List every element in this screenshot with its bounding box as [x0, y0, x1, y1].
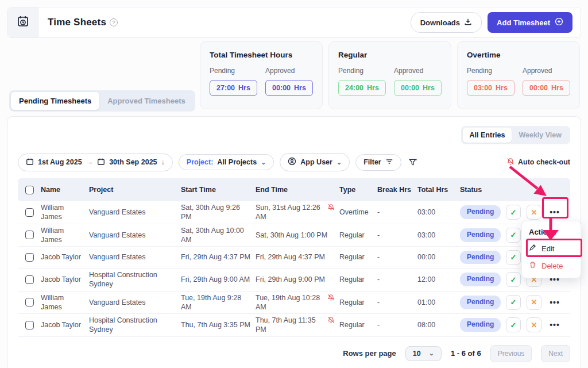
row-project: Vanguard Estates — [89, 298, 181, 307]
toggle-weekly-view[interactable]: Weekly View — [512, 128, 568, 143]
approved-hours-value: 00:00Hrs — [523, 80, 570, 96]
col-name: Name — [41, 185, 89, 194]
more-actions-button[interactable]: ••• — [547, 205, 562, 220]
pending-hours-value: 03:00Hrs — [467, 80, 514, 96]
filter-button[interactable]: Filter — [355, 154, 401, 171]
pending-label: Pending — [338, 67, 386, 75]
row-start-time: Sat, 30th Aug 9:26 PM — [181, 203, 256, 222]
row-checkbox[interactable] — [25, 321, 34, 329]
card-title: Regular — [338, 51, 442, 59]
auto-checkout-indicator: Auto check-out — [506, 158, 570, 167]
next-page-button[interactable]: Next — [541, 345, 570, 362]
date-range-picker[interactable]: 1st Aug 2025 → 30th Sep 2025 ↓ — [18, 154, 173, 171]
row-end-time: Sun, 31st Aug 12:26 AM — [256, 203, 324, 222]
row-break-hrs: - — [377, 208, 417, 217]
status-badge: Pending — [460, 228, 501, 242]
user-circle-icon — [288, 157, 296, 167]
add-timesheet-button[interactable]: Add Timesheet — [488, 12, 572, 33]
approve-button[interactable]: ✓ — [506, 295, 521, 310]
reject-button[interactable]: ✕ — [527, 295, 541, 310]
row-start-time: Tue, 19th Aug 9:28 AM — [181, 293, 256, 312]
table-row: Jacob Taylor Vanguard Estates Fri, 29th … — [18, 247, 570, 269]
row-total-hrs: 12:00 — [417, 275, 460, 284]
col-project: Project — [89, 185, 181, 194]
row-type: Regular — [339, 298, 377, 307]
row-project: Vanguard Estates — [89, 231, 181, 240]
download-icon — [464, 18, 472, 28]
approve-button[interactable]: ✓ — [506, 317, 521, 332]
menu-item-edit[interactable]: Edit — [522, 240, 581, 257]
row-type: Regular — [339, 231, 377, 240]
date-to: 30th Sep 2025 — [109, 158, 157, 166]
status-badge: Pending — [460, 273, 501, 286]
row-total-hrs: 01:00 — [417, 298, 460, 307]
timesheets-table: Name Project Start Time End Time Type Br… — [18, 178, 570, 337]
row-break-hrs: - — [377, 298, 417, 307]
timesheets-panel: All Entries Weekly View 1st Aug 2025 → — [7, 116, 581, 368]
chevron-down-icon: ⌄ — [261, 159, 266, 166]
card-title: Overtime — [467, 51, 570, 59]
row-checkbox[interactable] — [25, 231, 34, 239]
row-type: Regular — [339, 252, 377, 262]
row-type: Overtime — [339, 208, 377, 217]
status-badge: Pending — [460, 251, 501, 264]
reject-button[interactable]: ✕ — [527, 205, 541, 220]
row-checkbox[interactable] — [25, 208, 34, 217]
more-actions-button[interactable]: ••• — [547, 317, 562, 332]
row-name: William James — [41, 293, 89, 312]
bell-off-icon — [327, 204, 335, 213]
approve-button[interactable]: ✓ — [506, 272, 521, 287]
approved-hours-value: 00:00Hrs — [265, 80, 313, 96]
card-total-timesheet-hours: Total Timesheet Hours Pending 27:00Hrs A… — [200, 41, 323, 109]
reject-button[interactable]: ✕ — [527, 317, 541, 332]
bell-off-icon — [506, 158, 514, 167]
row-name: Jacob Taylor — [41, 320, 89, 329]
view-toggle: All Entries Weekly View — [461, 126, 570, 144]
arrow-down-icon: ↓ — [161, 158, 165, 166]
tab-approved-timesheets[interactable]: Approved Timesheets — [99, 92, 194, 110]
row-checkbox[interactable] — [25, 253, 34, 262]
pending-label: Pending — [210, 67, 257, 75]
table-row: William James Vanguard Estates Sat, 30th… — [18, 224, 570, 247]
approve-button[interactable]: ✓ — [506, 250, 521, 265]
timesheet-icon-tile — [7, 7, 38, 37]
bell-off-icon — [327, 316, 335, 326]
tab-pending-timesheets[interactable]: Pending Timesheets — [11, 92, 99, 110]
row-name: Jacob Taylor — [41, 275, 89, 284]
filter-lines-icon — [385, 158, 393, 167]
approved-label: Approved — [265, 67, 313, 75]
timesheet-rows: William James Vanguard Estates Sat, 30th… — [18, 201, 570, 337]
row-checkbox[interactable] — [25, 298, 34, 306]
menu-item-delete[interactable]: Delete — [522, 257, 581, 274]
row-total-hrs: 03:00 — [417, 231, 460, 240]
toggle-all-entries[interactable]: All Entries — [463, 128, 512, 143]
approve-button[interactable]: ✓ — [506, 228, 521, 243]
more-actions-button[interactable]: ••• — [547, 295, 562, 310]
project-filter-value: All Projects — [217, 158, 257, 166]
timesheets-page: Time Sheets ? Downloads Add Timesheet — [0, 0, 588, 368]
status-badge: Pending — [460, 205, 501, 219]
row-end-time: Fri, 29th Aug 4:37 PM — [256, 252, 325, 262]
row-type: Regular — [339, 275, 377, 284]
help-icon[interactable]: ? — [110, 18, 118, 26]
row-total-hrs: 03:00 — [417, 208, 460, 217]
approved-label: Approved — [523, 67, 570, 75]
rows-per-page-select[interactable]: 10 ⌄ — [405, 346, 442, 361]
calendar-icon — [97, 158, 105, 167]
app-user-filter[interactable]: App User ⌄ — [280, 153, 350, 171]
bell-off-icon — [327, 294, 335, 304]
card-overtime: Overtime Pending 03:00Hrs Approved 00:00… — [457, 41, 580, 109]
table-row: William James Vanguard Estates Sat, 30th… — [18, 201, 570, 224]
col-type: Type — [339, 185, 377, 194]
project-filter[interactable]: Project: All Projects ⌄ — [179, 154, 274, 170]
row-start-time: Thu, 7th Aug 3:35 PM — [181, 320, 256, 329]
approve-button[interactable]: ✓ — [506, 205, 521, 220]
select-all-checkbox[interactable] — [25, 186, 34, 194]
card-title: Total Timesheet Hours — [210, 51, 313, 59]
funnel-filter-icon[interactable] — [407, 156, 419, 168]
previous-page-button[interactable]: Previous — [490, 345, 532, 362]
timesheet-tabs: Pending Timesheets Approved Timesheets — [9, 90, 195, 112]
row-checkbox[interactable] — [25, 275, 34, 284]
downloads-button[interactable]: Downloads — [411, 12, 482, 33]
row-end-time: Fri, 29th Aug 9:00 PM — [256, 275, 325, 284]
